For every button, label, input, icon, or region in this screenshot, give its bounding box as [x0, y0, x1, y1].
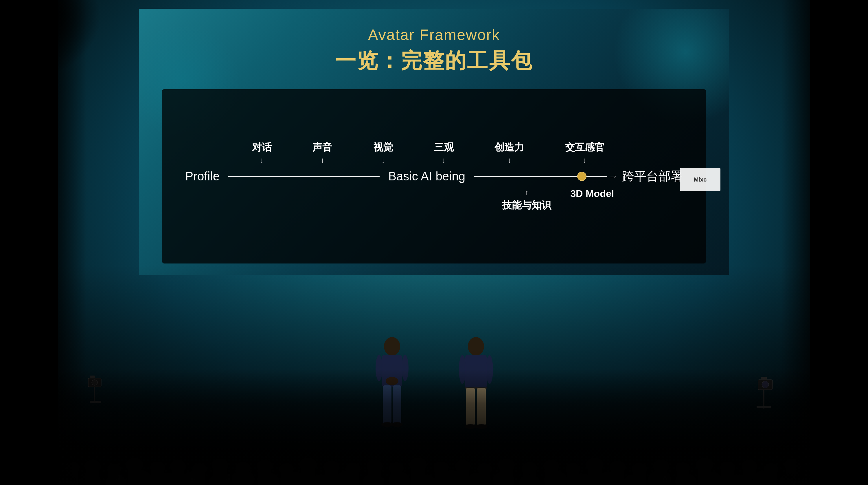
anno-arrow-duihua: ↓ — [260, 156, 264, 165]
svg-rect-148 — [226, 474, 230, 481]
svg-point-154 — [762, 381, 769, 388]
svg-rect-151 — [662, 476, 666, 482]
svg-rect-105 — [288, 484, 302, 485]
audience-area — [58, 404, 810, 485]
camera-svg — [752, 374, 775, 408]
anno-label-shengyin: 声音 — [312, 141, 332, 154]
svg-rect-146 — [116, 475, 120, 481]
full-diagram: 对话 ↓ 声音 ↓ 视觉 — [185, 141, 683, 212]
scene-wrapper: Avatar Framework 一览：完整的工具包 对话 — [0, 0, 868, 485]
anno-arrow-shengyin: ↓ — [320, 156, 324, 165]
slide-title-en: Avatar Framework — [368, 26, 500, 44]
stage-area: Avatar Framework 一览：完整的工具包 对话 — [58, 0, 810, 485]
svg-rect-129 — [600, 484, 615, 485]
svg-rect-121 — [496, 484, 511, 485]
svg-point-4 — [386, 377, 398, 385]
anno-item-duihua: 对话 ↓ — [252, 141, 272, 165]
anno-label-shijue: 视觉 — [373, 141, 393, 154]
svg-point-2 — [376, 355, 382, 381]
top-annotations: 对话 ↓ 声音 ↓ 视觉 — [185, 141, 683, 168]
anno-arrow-jiaohu: ↓ — [583, 156, 587, 165]
bottom-annotations: ↑ 技能与知识 3D Model — [185, 185, 683, 212]
anno-label-duihua: 对话 — [252, 141, 272, 154]
timeline-node-circle — [577, 172, 587, 181]
svg-rect-158 — [90, 375, 95, 378]
anno-spacer-right2 — [625, 185, 683, 212]
anno-items-top: 对话 ↓ 声音 ↓ 视觉 — [231, 141, 625, 168]
basic-ai-being-label: Basic AI being — [380, 169, 474, 183]
slide-card-topright: Mixc — [680, 168, 720, 191]
anno-arrow-sanguan: ↓ — [442, 156, 445, 165]
camera-left-svg — [87, 374, 104, 403]
timeline-arrow-right: → — [609, 171, 618, 182]
svg-rect-97 — [185, 483, 199, 485]
anno-label-sanguan: 三观 — [434, 141, 454, 154]
slide-screen: Avatar Framework 一览：完整的工具包 对话 — [139, 9, 729, 275]
audience-svg — [58, 404, 810, 485]
svg-rect-160 — [94, 387, 95, 403]
main-line-row: Profile Basic AI being — [185, 168, 683, 185]
diagram-bar: 对话 ↓ 声音 ↓ 视觉 — [162, 89, 706, 263]
vignette-right — [781, 0, 868, 485]
timeline-line-left — [228, 176, 380, 177]
svg-rect-141 — [756, 483, 772, 485]
slide-title-zh: 一览：完整的工具包 — [335, 47, 533, 75]
svg-rect-156 — [756, 406, 771, 408]
anno-item-jiaohu: 交互感官 ↓ — [565, 141, 604, 165]
svg-rect-153 — [761, 377, 767, 380]
svg-point-3 — [402, 355, 408, 381]
svg-point-122 — [519, 474, 540, 485]
anno-label-jine: 技能与知识 — [502, 199, 551, 212]
svg-point-9 — [468, 337, 484, 355]
svg-rect-161 — [90, 401, 101, 403]
svg-point-0 — [384, 337, 400, 355]
camera-equipment — [752, 374, 775, 410]
slide-content: Avatar Framework 一览：完整的工具包 对话 — [139, 9, 729, 275]
svg-rect-133 — [652, 482, 668, 485]
svg-rect-93 — [132, 482, 148, 485]
timeline-line-right — [474, 176, 577, 177]
anno-item-jine: ↑ 技能与知识 — [494, 188, 560, 212]
svg-rect-147 — [191, 476, 195, 482]
svg-rect-101 — [235, 482, 251, 485]
dark-blob-topleft — [0, 0, 101, 81]
anno-item-3dmodel: 3D Model — [559, 188, 625, 199]
svg-rect-137 — [705, 484, 719, 485]
svg-point-12 — [486, 355, 493, 384]
anno-items-bottom: ↑ 技能与知识 3D Model — [231, 185, 625, 212]
anno-arrow-chuangzaoli: ↓ — [507, 156, 511, 165]
anno-spacer — [185, 141, 231, 168]
svg-point-159 — [92, 380, 97, 386]
svg-point-11 — [459, 355, 466, 384]
timeline-line-after-node — [587, 176, 607, 177]
slide-card-label: Mixc — [694, 176, 707, 183]
end-label: 跨平台部署 — [622, 168, 683, 184]
anno-label-3dmodel: 3D Model — [570, 188, 614, 199]
svg-rect-125 — [548, 483, 563, 485]
svg-rect-10 — [465, 355, 487, 388]
svg-rect-117 — [443, 482, 459, 485]
anno-item-sanguan: 三观 ↓ — [434, 141, 454, 165]
profile-label: Profile — [185, 169, 220, 183]
anno-label-jiaohu: 交互感官 — [565, 141, 604, 154]
anno-arrow-shijue: ↓ — [381, 156, 385, 165]
anno-item-chuangzaoli: 创造力 ↓ — [494, 141, 524, 165]
anno-item-shengyin: 声音 ↓ — [312, 141, 332, 165]
anno-item-shijue: 视觉 ↓ — [373, 141, 393, 165]
anno-spacer-left2 — [185, 185, 231, 212]
svg-rect-109 — [339, 483, 355, 485]
svg-rect-113 — [392, 484, 406, 485]
anno-label-chuangzaoli: 创造力 — [494, 141, 524, 154]
camera-equipment-left — [87, 374, 104, 404]
anno-spacer-right — [625, 141, 683, 168]
anno-arrow-up-jine: ↑ — [525, 188, 529, 197]
